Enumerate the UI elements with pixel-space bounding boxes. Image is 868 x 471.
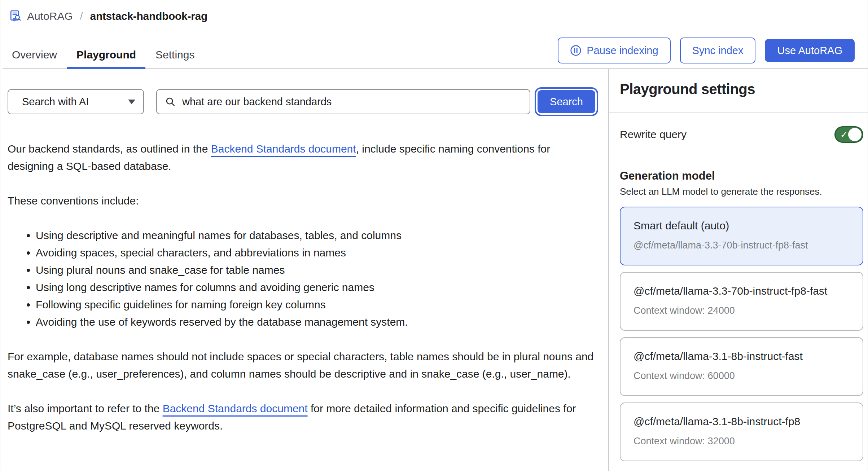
list-item: Avoiding spaces, special characters, and… <box>36 244 595 261</box>
answer-text-segment: Our backend standards, as outlined in th… <box>8 143 211 155</box>
model-name: @cf/meta/llama-3.3-70b-instruct-fp8-fast <box>634 285 850 297</box>
settings-header: Playground settings <box>609 69 868 113</box>
breadcrumb: AutoRAG / antstack-handbook-rag <box>9 9 207 23</box>
list-item: Using long descriptive names for columns… <box>36 279 595 296</box>
breadcrumb-separator: / <box>80 10 83 22</box>
model-option-llama-3-3-70b[interactable]: @cf/meta/llama-3.3-70b-instruct-fp8-fast… <box>620 272 863 331</box>
answer-text-segment: It’s also important to refer to the <box>8 402 163 414</box>
rewrite-query-toggle[interactable]: ✓ <box>834 126 863 143</box>
generation-model-title: Generation model <box>620 170 863 182</box>
answer-paragraph-4: It’s also important to refer to the Back… <box>8 400 595 435</box>
search-mode-select[interactable]: Search with AI <box>8 89 144 114</box>
model-option-llama-3-1-8b-fast[interactable]: @cf/meta/llama-3.1-8b-instruct-fast Cont… <box>620 337 863 396</box>
settings-title: Playground settings <box>620 81 863 97</box>
conventions-list: Using descriptive and meaningful names f… <box>8 227 595 331</box>
use-autorag-button[interactable]: Use AutoRAG <box>765 39 855 62</box>
list-item: Using plural nouns and snake_case for ta… <box>36 261 595 279</box>
autorag-icon <box>9 9 22 23</box>
search-mode-value: Search with AI <box>22 96 89 108</box>
model-name: Smart default (auto) <box>634 220 850 232</box>
content-area: Search with AI Search Our backend standa… <box>0 69 868 471</box>
rewrite-query-label: Rewrite query <box>620 128 687 141</box>
model-context-window: Context window: 32000 <box>634 436 850 447</box>
backend-standards-link[interactable]: Backend Standards document <box>163 402 308 414</box>
backend-standards-link[interactable]: Backend Standards document <box>211 143 356 155</box>
playground-main: Search with AI Search Our backend standa… <box>0 69 608 471</box>
pause-indexing-button[interactable]: Pause indexing <box>558 38 670 63</box>
sync-index-button[interactable]: Sync index <box>680 38 756 63</box>
check-icon: ✓ <box>840 130 848 139</box>
tab-settings[interactable]: Settings <box>146 41 204 68</box>
playground-settings-panel: Playground settings Rewrite query ✓ Gene… <box>608 69 868 471</box>
search-input[interactable] <box>181 96 522 108</box>
toggle-knob <box>848 128 862 141</box>
list-item: Avoiding the use of keywords reserved by… <box>36 313 595 331</box>
chevron-down-icon <box>128 100 135 104</box>
pause-indexing-label: Pause indexing <box>587 45 658 57</box>
model-option-smart-default[interactable]: Smart default (auto) @cf/meta/llama-3.3-… <box>620 207 863 265</box>
model-option-llama-3-1-8b-fp8[interactable]: @cf/meta/llama-3.1-8b-instruct-fp8 Conte… <box>620 402 863 461</box>
tab-overview[interactable]: Overview <box>3 41 66 68</box>
pause-circle-icon <box>570 45 582 56</box>
search-icon <box>165 96 176 107</box>
answer-paragraph-3: For example, database names should not i… <box>8 348 595 383</box>
model-subtitle: @cf/meta/llama-3.3-70b-instruct-fp8-fast <box>634 240 850 251</box>
generation-model-description: Select an LLM model to generate the resp… <box>620 186 863 197</box>
header-actions: Pause indexing Sync index Use AutoRAG <box>558 38 855 63</box>
model-name: @cf/meta/llama-3.1-8b-instruct-fp8 <box>634 415 850 428</box>
rewrite-query-row: Rewrite query ✓ <box>620 126 863 143</box>
model-name: @cf/meta/llama-3.1-8b-instruct-fast <box>634 350 850 362</box>
model-context-window: Context window: 60000 <box>634 370 850 382</box>
list-item: Using descriptive and meaningful names f… <box>36 227 595 244</box>
breadcrumb-current: antstack-handbook-rag <box>90 10 207 22</box>
list-item: Following specific guidelines for naming… <box>36 296 595 313</box>
breadcrumb-root[interactable]: AutoRAG <box>27 10 73 22</box>
search-input-wrapper <box>156 89 530 114</box>
answer-paragraph-1: Our backend standards, as outlined in th… <box>8 140 595 175</box>
generation-model-section: Generation model Select an LLM model to … <box>620 170 863 461</box>
model-context-window: Context window: 24000 <box>634 305 850 316</box>
search-row: Search with AI Search <box>8 89 595 114</box>
tab-playground[interactable]: Playground <box>67 41 145 68</box>
search-button[interactable]: Search <box>538 90 595 113</box>
answer-text: Our backend standards, as outlined in th… <box>8 140 595 435</box>
answer-paragraph-2: These conventions include: <box>8 192 595 210</box>
autorag-page: AutoRAG / antstack-handbook-rag Pause in… <box>0 0 868 471</box>
